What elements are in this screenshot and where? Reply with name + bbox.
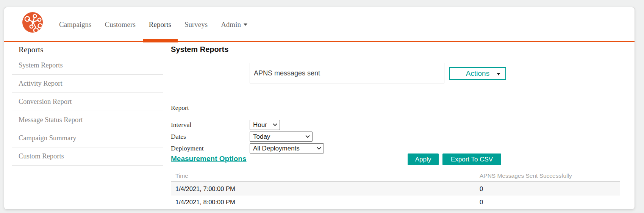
deployment-field-label: Deployment [171,144,204,152]
sidebar-item-conversion-report[interactable]: Conversion Report [12,93,163,111]
interval-select[interactable]: Hour [250,120,280,130]
sidebar-item-message-status-report[interactable]: Message Status Report [12,111,163,129]
table-cell-value: 0 [478,199,620,206]
table-cell-time: 1/4/2021, 7:00:00 PM [171,185,478,193]
actions-button-label: Actions [466,69,489,78]
report-field-label: Report [171,104,189,112]
export-to-csv-button[interactable]: Export To CSV [442,153,501,165]
nav-item-reports[interactable]: Reports [149,7,171,42]
report-results-table: Time APNS Messages Sent Successfully 1/4… [171,170,620,210]
primary-nav: Campaigns Customers Reports Surveys Admi… [59,7,247,42]
nav-item-surveys[interactable]: Surveys [184,7,208,42]
caret-down-icon [497,73,500,75]
deployment-selected-value: All Deployments [253,145,300,152]
sidebar-title: Reports [19,45,43,55]
table-cell-value: 0 [478,185,620,193]
nav-item-admin[interactable]: Admin [221,7,247,42]
app-window: Campaigns Customers Reports Surveys Admi… [4,7,635,210]
measurement-options-link[interactable]: Measurement Options [171,155,247,163]
deployment-select[interactable]: All Deployments [250,143,324,153]
reports-sidebar: Reports System Reports Activity Report C… [4,42,167,209]
chevron-down-icon [273,122,277,126]
table-row[interactable]: 1/4/2021, 8:00:00 PM 0 [171,196,620,209]
sidebar-item-system-reports[interactable]: System Reports [12,56,163,75]
table-header-row: Time APNS Messages Sent Successfully [171,170,620,182]
top-nav-bar: Campaigns Customers Reports Surveys Admi… [4,7,635,42]
dates-select[interactable]: Today [250,132,313,142]
chevron-down-icon [244,23,247,26]
interval-field-label: Interval [171,121,191,129]
nav-item-customers[interactable]: Customers [105,7,136,42]
system-reports-panel: System Reports Report Actions Interval H… [171,42,623,209]
table-row[interactable]: 1/4/2021, 7:00:00 PM 0 [171,182,620,196]
table-header-time: Time [171,172,478,179]
page-title: System Reports [171,45,228,54]
sidebar-item-campaign-summary[interactable]: Campaign Summary [12,129,163,147]
chevron-down-icon [305,133,309,138]
sidebar-item-custom-reports[interactable]: Custom Reports [12,147,163,166]
nav-item-admin-label: Admin [221,20,241,29]
brand-network-logo[interactable] [22,12,43,33]
sidebar-list: System Reports Activity Report Conversio… [12,56,163,166]
nav-item-campaigns[interactable]: Campaigns [59,7,92,42]
interval-selected-value: Hour [253,121,267,129]
apply-button[interactable]: Apply [408,153,439,165]
report-input[interactable] [250,63,444,83]
dates-field-label: Dates [171,133,186,141]
chevron-down-icon [317,145,321,149]
dates-selected-value: Today [253,133,270,141]
table-header-apns-messages: APNS Messages Sent Successfully [478,172,620,179]
actions-dropdown-button[interactable]: Actions [449,67,506,80]
table-cell-time: 1/4/2021, 8:00:00 PM [171,199,478,206]
table-row[interactable]: 1/4/2021, 9:00:00 PM 0 [171,209,620,210]
sidebar-item-activity-report[interactable]: Activity Report [12,75,163,93]
